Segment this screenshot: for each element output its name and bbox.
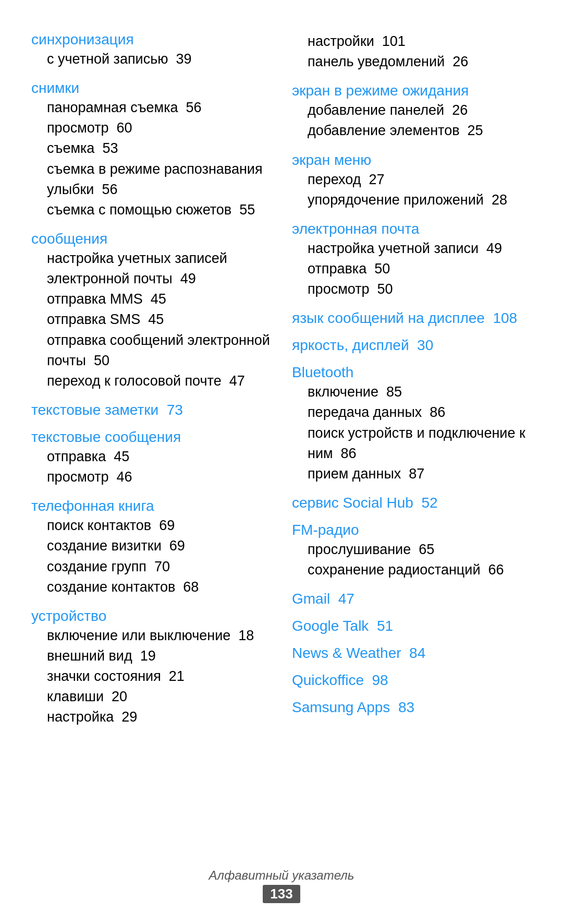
index-item: просмотр 50 (292, 279, 532, 299)
index-item: настройка учетных записей электронной по… (31, 248, 271, 289)
section-heading: экран меню (292, 152, 532, 169)
index-item: упорядочение приложений 28 (292, 190, 532, 210)
index-item: отправка MMS 45 (31, 289, 271, 309)
index-item: съемка с помощью сюжетов 55 (31, 200, 271, 220)
index-item: поиск устройств и подключение к ним 86 (292, 423, 532, 464)
index-item: переход 27 (292, 170, 532, 190)
section-heading: Samsung Apps 83 (292, 699, 532, 716)
index-item: панель уведомлений 26 (292, 52, 532, 72)
section-heading: Bluetooth (292, 364, 532, 381)
page-number: 133 (263, 885, 300, 903)
index-item: настройка учетной записи 49 (292, 238, 532, 259)
section-heading: Gmail 47 (292, 591, 532, 607)
index-item: создание групп 70 (31, 557, 271, 577)
index-item: добавление элементов 25 (292, 121, 532, 141)
index-item: прием данных 87 (292, 464, 532, 484)
index-item: включение или выключение 18 (31, 626, 271, 646)
index-item: сохранение радиостанций 66 (292, 560, 532, 580)
section-heading: язык сообщений на дисплее 108 (292, 310, 532, 327)
index-item: настройки 101 (292, 31, 532, 52)
index-item: создание визитки 69 (31, 536, 271, 556)
index-item: поиск контактов 69 (31, 515, 271, 536)
section-heading: устройство (31, 608, 271, 625)
index-item: с учетной записью 39 (31, 49, 271, 69)
right-column: настройки 101панель уведомлений 26экран … (287, 31, 532, 728)
section-heading: сервис Social Hub 52 (292, 495, 532, 511)
index-item: отправка сообщений электронной почты 50 (31, 330, 271, 371)
index-item: включение 85 (292, 382, 532, 402)
section-heading: синхронизация (31, 31, 271, 48)
index-item: съемка в режиме распознавания улыбки 56 (31, 159, 271, 200)
index-item: внешний вид 19 (31, 646, 271, 666)
page-footer: Алфавитный указатель 133 (0, 868, 563, 903)
section-heading: сообщения (31, 231, 271, 247)
index-item: прослушивание 65 (292, 539, 532, 560)
index-item: переход к голосовой почте 47 (31, 371, 271, 391)
section-heading: текстовые заметки 73 (31, 402, 271, 418)
left-column: синхронизацияс учетной записью 39снимкип… (31, 31, 287, 728)
index-item: отправка 50 (292, 259, 532, 279)
index-item: настройка 29 (31, 707, 271, 727)
section-heading: FM-радио (292, 522, 532, 538)
section-heading: яркость, дисплей 30 (292, 337, 532, 354)
index-item: просмотр 60 (31, 118, 271, 138)
footer-label: Алфавитный указатель (0, 868, 563, 883)
section-heading: снимки (31, 80, 271, 97)
section-heading: телефонная книга (31, 498, 271, 514)
index-item: передача данных 86 (292, 402, 532, 423)
index-item: просмотр 46 (31, 467, 271, 487)
section-heading: текстовые сообщения (31, 429, 271, 446)
section-heading: Google Talk 51 (292, 618, 532, 634)
section-heading: экран в режиме ожидания (292, 82, 532, 99)
section-heading: электронная почта (292, 221, 532, 237)
section-heading: News & Weather 84 (292, 645, 532, 662)
index-item: панорамная съемка 56 (31, 98, 271, 118)
section-heading: Quickoffice 98 (292, 672, 532, 689)
index-item: создание контактов 68 (31, 577, 271, 597)
index-item: отправка SMS 45 (31, 309, 271, 330)
index-item: значки состояния 21 (31, 666, 271, 687)
index-page: синхронизацияс учетной записью 39снимкип… (0, 0, 563, 770)
index-item: съемка 53 (31, 138, 271, 159)
index-item: отправка 45 (31, 447, 271, 467)
index-item: клавиши 20 (31, 687, 271, 707)
index-item: добавление панелей 26 (292, 100, 532, 121)
